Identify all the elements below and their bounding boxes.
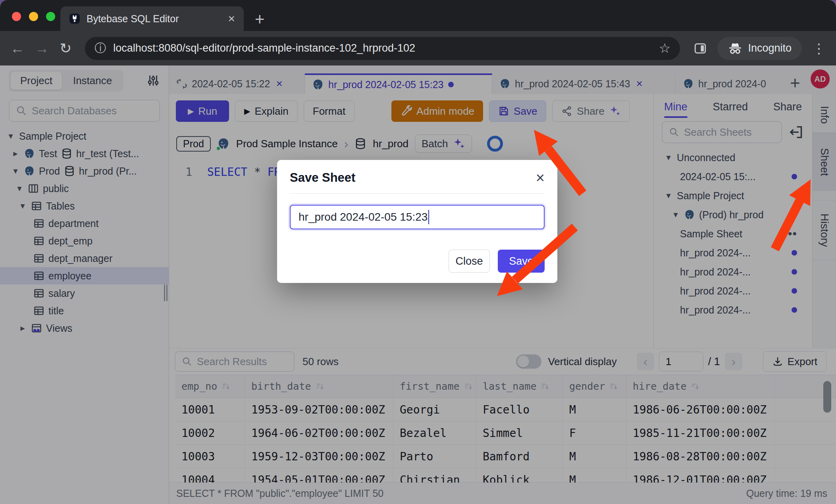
sort-icon[interactable] [315, 382, 325, 391]
sparkles-icon [453, 137, 465, 150]
sidebar-resize-handle[interactable] [164, 285, 168, 301]
sheet-search-input[interactable]: Search Sheets [662, 121, 782, 143]
tab-project[interactable]: Project [11, 72, 62, 90]
sheet-name-input[interactable]: hr_prod 2024-02-05 15:23 [290, 205, 545, 229]
table-row[interactable]: 10004 1954-05-01T00:00:00Z Chirstian Kob… [175, 468, 836, 483]
sheet-item[interactable]: hr_prod 2024-... [654, 300, 812, 319]
sheet-panel: Mine Starred Share Search Sheets ▾ [653, 94, 812, 348]
dialog-close-icon[interactable]: × [536, 170, 545, 185]
editor-tab-3[interactable]: hr_prod 2024-02-05 15:43 × [492, 73, 676, 94]
sheet-group-project[interactable]: ▾ Sample Project [654, 186, 812, 205]
postgres-icon [24, 165, 35, 177]
sort-icon[interactable] [690, 382, 700, 391]
side-panel-icon[interactable] [693, 42, 707, 55]
sheet-item[interactable]: hr_prod 2024-... [654, 281, 812, 300]
sheet-item[interactable]: 2024-02-05 15:... [654, 167, 812, 186]
back-icon[interactable]: ← [10, 41, 25, 56]
sort-icon[interactable] [540, 382, 550, 391]
tree-item-tables-group[interactable]: ▾ Tables [0, 197, 169, 215]
bytebase-app: Project Instance Search Databases ▾ Samp… [0, 65, 836, 504]
browser-tab[interactable]: Bytebase SQL Editor × [60, 6, 244, 31]
import-sheet-icon[interactable] [788, 124, 804, 140]
prev-page-button[interactable]: ‹ [637, 353, 654, 370]
tab-starred[interactable]: Starred [713, 94, 748, 119]
instance-name[interactable]: Prod Sample Instance [236, 138, 338, 150]
table-row[interactable]: 10003 1959-12-03T00:00:00Z Parto Bamford… [175, 445, 836, 468]
dialog-close-button[interactable]: Close [449, 250, 490, 273]
tree-item-project[interactable]: ▾ Sample Project [0, 127, 169, 145]
tab-mine[interactable]: Mine [664, 94, 688, 119]
new-sheet-tab-button[interactable]: + [790, 74, 800, 92]
address-bar[interactable]: ⓘ localhost:8080/sql-editor/prod-sample-… [85, 37, 680, 60]
sheet-group-unconnected[interactable]: ▾ Unconnected [654, 148, 812, 167]
incognito-badge: Incognito [717, 37, 802, 60]
database-search-input[interactable]: Search Databases [9, 100, 160, 122]
tab-instance[interactable]: Instance [64, 72, 121, 90]
editor-tab-1[interactable]: 2024-02-05 15:22 × [169, 73, 305, 94]
explain-button[interactable]: ▶ Explain [235, 100, 298, 122]
unsaved-dot [792, 269, 797, 275]
save-button[interactable]: Save [489, 100, 546, 122]
reload-icon[interactable]: ↻ [60, 41, 71, 56]
close-window-icon[interactable] [12, 12, 21, 21]
sheet-item[interactable]: hr_prod 2024-... [654, 262, 812, 281]
run-button[interactable]: ▶ Run [176, 100, 229, 122]
table-row[interactable]: 10001 1953-09-02T00:00:00Z Georgi Facell… [175, 398, 836, 421]
batch-button[interactable]: Batch [415, 135, 472, 153]
dialog-save-button[interactable]: Save [498, 250, 545, 273]
minimize-window-icon[interactable] [29, 12, 38, 21]
tree-item-prod-db[interactable]: ▾ Prod hr_prod (Pr... [0, 162, 169, 180]
tab-info[interactable]: Info [813, 97, 836, 133]
sort-icon[interactable] [221, 382, 231, 391]
close-tab-icon[interactable]: × [276, 77, 282, 90]
tab-share[interactable]: Share [773, 94, 802, 119]
sheet-item[interactable]: hr_prod 2024-... [654, 243, 812, 262]
site-info-icon[interactable]: ⓘ [94, 40, 106, 56]
tree-item-table-dept-emp[interactable]: dept_emp [0, 232, 169, 250]
user-avatar[interactable]: AD [811, 69, 830, 88]
tree-item-test-db[interactable]: ▸ Test hr_test (Test... [0, 145, 169, 162]
table-row[interactable]: 10002 1964-06-02T00:00:00Z Bezalel Simme… [175, 421, 836, 445]
sheet-connection[interactable]: ▾ (Prod) hr_prod [654, 205, 812, 224]
share-button[interactable]: Share [552, 100, 630, 122]
editor-tab-2-active[interactable]: hr_prod 2024-02-05 15:23 [305, 73, 492, 94]
tree-item-views-group[interactable]: ▸ Views [0, 319, 169, 337]
column-header: gender [569, 381, 605, 392]
bookmark-star-icon[interactable]: ☆ [659, 40, 671, 56]
new-browser-tab-button[interactable]: + [255, 11, 265, 28]
browser-tab-close-icon[interactable]: × [228, 13, 235, 25]
dialog-header: Save Sheet × [277, 160, 557, 193]
tab-history[interactable]: History [813, 200, 836, 260]
browser-menu-icon[interactable]: ⋮ [812, 40, 826, 56]
tree-item-table-dept-manager[interactable]: dept_manager [0, 250, 169, 267]
tree-item-table-salary[interactable]: salary [0, 285, 169, 302]
close-tab-icon[interactable]: × [636, 77, 643, 90]
tree-item-table-title[interactable]: title [0, 302, 169, 319]
vertical-display-toggle[interactable] [516, 354, 541, 369]
tree-item-table-employee[interactable]: employee [0, 267, 169, 285]
next-page-button[interactable]: › [725, 353, 742, 370]
zoom-window-icon[interactable] [46, 12, 55, 21]
admin-mode-button[interactable]: Admin mode [391, 100, 483, 122]
editor-tab-4[interactable]: hr_prod 2024-0 [676, 73, 782, 94]
assistant-ring-icon[interactable] [487, 136, 503, 152]
play-icon: ▶ [244, 106, 250, 116]
format-button[interactable]: Format [304, 100, 354, 122]
unsaved-dot [792, 307, 797, 313]
results-scrollbar[interactable] [823, 381, 831, 413]
results-table[interactable]: emp_no birth_date first_name last_name g… [175, 375, 836, 483]
database-name[interactable]: hr_prod [373, 138, 408, 150]
forward-icon[interactable]: → [35, 41, 49, 56]
results-toolbar: Search Results 50 rows Vertical display … [169, 348, 836, 375]
export-button[interactable]: Export [763, 351, 826, 372]
tree-item-table-department[interactable]: department [0, 215, 169, 232]
column-header: hire_date [633, 381, 686, 392]
sort-icon[interactable] [609, 382, 618, 391]
page-input[interactable] [659, 352, 703, 371]
sheet-item[interactable]: Sample Sheet ••• [654, 224, 812, 243]
filter-settings-icon[interactable] [146, 74, 160, 87]
results-search-input[interactable]: Search Results [175, 351, 295, 372]
sort-icon[interactable] [464, 382, 473, 391]
tree-item-schema-public[interactable]: ▾ public [0, 180, 169, 197]
tab-sheet[interactable]: Sheet [813, 133, 836, 191]
